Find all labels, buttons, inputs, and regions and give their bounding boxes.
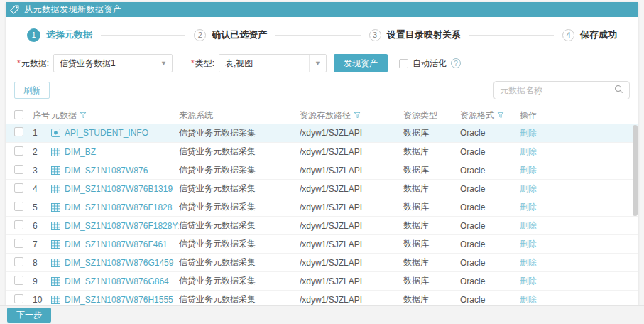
search-icon[interactable] xyxy=(614,85,623,96)
page-title: 从元数据发现新数据资产 xyxy=(24,4,122,16)
table-row[interactable]: 2 DIM_BZ 信贷业务元数据采集 /xdyw1/SJZLAPI 数据库 Or… xyxy=(6,143,638,161)
next-step-button[interactable]: 下一步 xyxy=(7,308,51,323)
table-row[interactable]: 9 DIM_SZ1N1087W876G864 信贷业务元数据采集 /xdyw1/… xyxy=(6,272,638,291)
search-box xyxy=(493,81,630,99)
delete-link[interactable]: 删除 xyxy=(520,257,537,267)
delete-link[interactable]: 删除 xyxy=(520,239,537,249)
col-header-path[interactable]: 资源存放路径 xyxy=(300,107,403,124)
step-connector xyxy=(101,35,185,36)
source-system-cell: 信贷业务元数据采集 xyxy=(179,161,300,180)
resource-path-cell: /xdyw1/SJZLAPI xyxy=(300,180,403,198)
table-row[interactable]: 4 DIM_SZ1N1087W876B1319 信贷业务元数据采集 /xdyw1… xyxy=(6,180,638,198)
title-bar: 从元数据发现新数据资产 xyxy=(6,2,638,17)
resource-type-cell: 数据库 xyxy=(403,217,460,235)
resource-format-cell: Oracle xyxy=(460,180,520,198)
table-row[interactable]: 6 DIM_SZ1N1087W876F1828Y1113 信贷业务元数据采集 /… xyxy=(6,217,638,235)
help-icon[interactable]: ? xyxy=(451,58,461,68)
vertical-scrollbar[interactable] xyxy=(633,125,638,216)
table-row[interactable]: 3 DIM_SZ1N1087W876 信贷业务元数据采集 /xdyw1/SJZL… xyxy=(6,161,638,180)
row-index: 2 xyxy=(33,143,51,161)
resource-format-cell: Oracle xyxy=(460,198,520,217)
metadata-name-link[interactable]: DIM_SZ1N1087W876F1828 xyxy=(65,202,172,212)
discover-assets-button[interactable]: 发现资产 xyxy=(334,54,388,72)
col-header-format[interactable]: 资源格式 xyxy=(460,107,520,124)
step-2[interactable]: 2 确认已选资产 xyxy=(194,28,267,41)
resource-format-cell: Oracle xyxy=(460,235,520,254)
delete-link[interactable]: 删除 xyxy=(520,294,537,304)
step-4[interactable]: 4 保存成功 xyxy=(562,28,617,41)
select-all-header-checkbox[interactable] xyxy=(14,110,23,119)
resource-format-cell: Oracle xyxy=(460,124,520,143)
row-checkbox[interactable] xyxy=(14,220,23,230)
metadata-table: 序号 元数据 来源系统 资源存放路径 资源类型 资源格式 操作 1 API_ST… xyxy=(6,107,638,309)
row-checkbox[interactable] xyxy=(14,294,23,303)
delete-link[interactable]: 删除 xyxy=(520,183,537,193)
refresh-button[interactable]: 刷新 xyxy=(14,82,50,99)
row-checkbox[interactable] xyxy=(14,146,23,156)
source-system-cell: 信贷业务元数据采集 xyxy=(179,143,300,161)
type-select[interactable]: 表,视图 ▼ xyxy=(219,54,327,72)
col-header-action: 操作 xyxy=(520,107,638,124)
table-row[interactable]: 8 DIM_SZ1N1087W876G1459 信贷业务元数据采集 /xdyw1… xyxy=(6,254,638,272)
table-row[interactable]: 1 API_STUDENT_INFO 信贷业务元数据采集 /xdyw1/SJZL… xyxy=(6,124,638,143)
search-input[interactable] xyxy=(500,85,614,95)
metadata-name-link[interactable]: DIM_SZ1N1087W876F461 xyxy=(65,239,168,249)
table-icon xyxy=(51,166,60,175)
step-3[interactable]: 3 设置目录映射关系 xyxy=(369,28,461,41)
resource-type-cell: 数据库 xyxy=(403,272,460,291)
step-1[interactable]: 1 选择元数据 xyxy=(27,28,92,42)
table-icon xyxy=(51,222,60,230)
delete-link[interactable]: 删除 xyxy=(520,146,537,156)
delete-link[interactable]: 删除 xyxy=(520,276,537,286)
metadata-name-link[interactable]: DIM_SZ1N1087W876G864 xyxy=(65,276,169,286)
resource-format-cell: Oracle xyxy=(460,272,520,291)
filter-icon[interactable] xyxy=(354,111,361,121)
resource-type-cell: 数据库 xyxy=(403,143,460,161)
auto-activate-group: 自动活化 ? xyxy=(399,58,461,70)
resource-path-cell: /xdyw1/SJZLAPI xyxy=(300,272,403,291)
metadata-name-link[interactable]: DIM_SZ1N1087W876B1319 xyxy=(65,184,173,194)
filter-form: * 元数据: 信贷业务数据1 ▼ * 类型: 表,视图 ▼ 发现资产 自动活化 … xyxy=(6,54,638,72)
filter-icon[interactable] xyxy=(497,111,504,121)
col-header-index: 序号 xyxy=(33,107,51,124)
row-checkbox[interactable] xyxy=(14,202,23,211)
metadata-name-link[interactable]: DIM_SZ1N1087W876F1828Y1113 xyxy=(65,221,179,231)
resource-path-cell: /xdyw1/SJZLAPI xyxy=(300,217,403,235)
metadata-name-link[interactable]: DIM_SZ1N1087W876G1459 xyxy=(65,258,173,268)
metadata-name-link[interactable]: DIM_SZ1N1087W876 xyxy=(65,166,148,176)
metadata-name-link[interactable]: DIM_BZ xyxy=(65,147,96,157)
delete-link[interactable]: 删除 xyxy=(520,165,537,175)
row-checkbox[interactable] xyxy=(14,183,23,193)
row-checkbox[interactable] xyxy=(14,127,23,136)
table-toolbar: 刷新 xyxy=(6,81,638,99)
delete-link[interactable]: 删除 xyxy=(520,220,537,230)
metadata-name-link[interactable]: DIM_SZ1N1087W876H1555 xyxy=(65,295,173,305)
required-mark: * xyxy=(191,58,195,68)
col-header-metadata[interactable]: 元数据 xyxy=(51,107,179,124)
row-checkbox[interactable] xyxy=(14,276,23,285)
resource-format-cell: Oracle xyxy=(460,217,520,235)
resource-path-cell: /xdyw1/SJZLAPI xyxy=(300,161,403,180)
wizard-stepper: 1 选择元数据 2 确认已选资产 3 设置目录映射关系 4 保存成功 xyxy=(6,26,638,44)
table-row[interactable]: 5 DIM_SZ1N1087W876F1828 信贷业务元数据采集 /xdyw1… xyxy=(6,198,638,217)
table-row[interactable]: 7 DIM_SZ1N1087W876F461 信贷业务元数据采集 /xdyw1/… xyxy=(6,235,638,254)
filter-icon[interactable] xyxy=(80,111,87,121)
row-checkbox[interactable] xyxy=(14,239,23,248)
delete-link[interactable]: 删除 xyxy=(520,202,537,212)
row-checkbox[interactable] xyxy=(14,165,23,174)
auto-activate-checkbox[interactable] xyxy=(399,59,408,68)
table-icon xyxy=(51,185,60,193)
metadata-label: 元数据: xyxy=(21,58,49,70)
table-icon xyxy=(51,203,60,212)
table-icon xyxy=(51,240,60,249)
source-system-cell: 信贷业务元数据采集 xyxy=(179,217,300,235)
metadata-select[interactable]: 信贷业务数据1 ▼ xyxy=(53,54,173,72)
metadata-name-link[interactable]: API_STUDENT_INFO xyxy=(65,128,148,138)
auto-activate-label: 自动活化 xyxy=(413,58,447,70)
source-system-cell: 信贷业务元数据采集 xyxy=(179,198,300,217)
row-checkbox[interactable] xyxy=(14,257,23,266)
step-3-label: 设置目录映射关系 xyxy=(387,28,461,41)
resource-path-cell: /xdyw1/SJZLAPI xyxy=(300,143,403,161)
delete-link[interactable]: 删除 xyxy=(520,128,537,138)
step-4-number: 4 xyxy=(562,29,574,41)
